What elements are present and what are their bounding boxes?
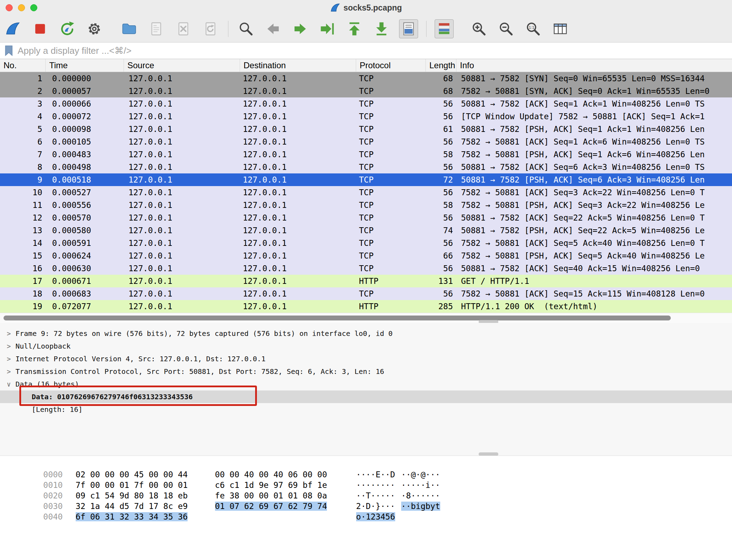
go-back-button[interactable] xyxy=(264,19,283,38)
expander-icon[interactable] xyxy=(4,403,13,416)
packet-time: 0.000580 xyxy=(46,224,124,237)
packet-source: 127.0.0.1 xyxy=(124,249,240,262)
detail-line[interactable]: > Internet Protocol Version 4, Src: 127.… xyxy=(0,352,732,365)
detail-line[interactable]: > Transmission Control Protocol, Src Por… xyxy=(0,365,732,378)
start-capture-button[interactable] xyxy=(4,19,23,38)
packet-row[interactable]: 13 0.000580 127.0.0.1 127.0.0.1 TCP 74 5… xyxy=(0,224,732,237)
bookmark-icon[interactable] xyxy=(4,45,14,57)
packet-protocol: TCP xyxy=(356,135,426,148)
packet-row[interactable]: 14 0.000591 127.0.0.1 127.0.0.1 TCP 56 7… xyxy=(0,237,732,249)
detail-line[interactable]: > Null/Loopback xyxy=(0,340,732,352)
packet-protocol: TCP xyxy=(356,287,426,300)
column-header-no[interactable]: No. xyxy=(0,59,46,72)
save-file-button[interactable] xyxy=(147,19,166,38)
zoom-reset-button[interactable]: 1:1 xyxy=(524,19,543,38)
hex-bytes[interactable]: 09 c1 54 9d 80 18 18 eb xyxy=(76,491,188,500)
expander-icon[interactable]: ∨ xyxy=(4,378,13,390)
expander-icon[interactable]: > xyxy=(4,327,13,340)
ascii-text-highlighted[interactable]: o·123456 xyxy=(356,512,395,521)
ascii-text-highlighted[interactable]: ··bigbyt xyxy=(401,502,440,511)
expander-icon[interactable]: > xyxy=(4,365,13,378)
packet-protocol: TCP xyxy=(356,211,426,224)
packet-row[interactable]: 8 0.000498 127.0.0.1 127.0.0.1 TCP 56 50… xyxy=(0,161,732,173)
ascii-text[interactable]: ··@·@··· xyxy=(401,470,440,479)
ascii-text[interactable]: ·8······ xyxy=(401,491,440,500)
packet-row[interactable]: 19 0.072077 127.0.0.1 127.0.0.1 HTTP 285… xyxy=(0,300,732,313)
ascii-text[interactable]: ·····i·· xyxy=(401,481,440,490)
zoom-out-button[interactable] xyxy=(497,19,516,38)
expander-icon[interactable] xyxy=(4,390,13,403)
restart-capture-button[interactable] xyxy=(58,19,77,38)
ascii-text[interactable]: 2·D·}··· xyxy=(356,502,395,511)
stop-capture-button[interactable] xyxy=(31,19,50,38)
minimize-window-button[interactable] xyxy=(18,4,25,11)
packet-row[interactable]: 16 0.000630 127.0.0.1 127.0.0.1 TCP 56 5… xyxy=(0,262,732,275)
ascii-text[interactable]: ····E··D xyxy=(356,470,395,479)
expander-icon[interactable]: > xyxy=(4,352,13,365)
resize-columns-button[interactable] xyxy=(551,19,570,38)
hscrollbar-thumb[interactable] xyxy=(4,316,671,320)
close-window-button[interactable] xyxy=(6,4,13,11)
zoom-in-button[interactable] xyxy=(469,19,488,38)
hex-bytes[interactable]: 02 00 00 00 45 00 00 44 xyxy=(76,470,188,479)
fullscreen-window-button[interactable] xyxy=(30,4,37,11)
packet-time: 0.000000 xyxy=(46,72,124,85)
capture-options-button[interactable] xyxy=(85,19,104,38)
hex-bytes[interactable]: 00 00 40 00 40 06 00 00 xyxy=(215,470,327,479)
packet-no: 18 xyxy=(0,287,46,300)
packet-destination: 127.0.0.1 xyxy=(240,211,356,224)
packet-row[interactable]: 4 0.000072 127.0.0.1 127.0.0.1 TCP 56 [T… xyxy=(0,110,732,123)
hex-bytes[interactable]: 32 1a 44 d5 7d 17 8c e9 xyxy=(76,502,188,511)
packet-time: 0.000671 xyxy=(46,275,124,287)
packet-row[interactable]: 18 0.000683 127.0.0.1 127.0.0.1 TCP 56 7… xyxy=(0,287,732,300)
hex-offset: 0040 xyxy=(43,511,69,522)
hex-bytes[interactable]: 7f 00 00 01 7f 00 00 01 xyxy=(76,481,188,490)
hex-row[interactable]: 000002 00 00 00 45 00 00 4400 00 40 00 4… xyxy=(0,459,732,469)
detail-line[interactable]: > Frame 9: 72 bytes on wire (576 bits), … xyxy=(0,327,732,340)
colorize-button[interactable] xyxy=(435,19,454,38)
packet-row[interactable]: 3 0.000066 127.0.0.1 127.0.0.1 TCP 56 50… xyxy=(0,97,732,110)
ascii-text[interactable]: ········ xyxy=(356,481,395,490)
packet-row[interactable]: 9 0.000518 127.0.0.1 127.0.0.1 TCP 72 50… xyxy=(0,173,732,186)
column-header-protocol[interactable]: Protocol xyxy=(356,59,426,72)
packet-row[interactable]: 2 0.000057 127.0.0.1 127.0.0.1 TCP 68 75… xyxy=(0,85,732,97)
expander-icon[interactable]: > xyxy=(4,340,13,352)
packet-destination: 127.0.0.1 xyxy=(240,123,356,135)
auto-scroll-button[interactable] xyxy=(399,19,418,38)
packet-info: 50881 → 7582 [SYN] Seq=0 Win=65535 Len=0… xyxy=(456,72,732,85)
packet-row[interactable]: 12 0.000570 127.0.0.1 127.0.0.1 TCP 56 5… xyxy=(0,211,732,224)
go-last-packet-button[interactable] xyxy=(372,19,391,38)
packet-row[interactable]: 1 0.000000 127.0.0.1 127.0.0.1 TCP 68 50… xyxy=(0,72,732,85)
packet-source: 127.0.0.1 xyxy=(124,110,240,123)
packet-row[interactable]: 6 0.000105 127.0.0.1 127.0.0.1 TCP 56 75… xyxy=(0,135,732,148)
go-first-packet-button[interactable] xyxy=(345,19,364,38)
hex-bytes[interactable]: c6 c1 1d 9e 97 69 bf 1e xyxy=(215,481,327,490)
go-to-packet-button[interactable] xyxy=(318,19,337,38)
reload-file-button[interactable] xyxy=(201,19,220,38)
go-forward-button[interactable] xyxy=(291,19,310,38)
packet-destination: 127.0.0.1 xyxy=(240,300,356,313)
column-header-info[interactable]: Info xyxy=(456,59,732,72)
packet-row[interactable]: 17 0.000671 127.0.0.1 127.0.0.1 HTTP 131… xyxy=(0,275,732,287)
packet-row[interactable]: 15 0.000624 127.0.0.1 127.0.0.1 TCP 66 7… xyxy=(0,249,732,262)
display-filter-input[interactable] xyxy=(18,45,732,56)
close-file-button[interactable] xyxy=(174,19,193,38)
column-header-length[interactable]: Length xyxy=(426,59,456,72)
hex-bytes-highlighted[interactable]: 6f 06 31 32 33 34 35 36 xyxy=(76,512,188,521)
hex-bytes[interactable]: fe 38 00 00 01 01 08 0a xyxy=(215,491,327,500)
ascii-text[interactable]: ··T····· xyxy=(356,491,395,500)
find-packet-button[interactable] xyxy=(236,19,255,38)
arrow-down-bar-icon xyxy=(373,21,390,37)
column-header-source[interactable]: Source xyxy=(124,59,240,72)
packet-row[interactable]: 11 0.000556 127.0.0.1 127.0.0.1 TCP 58 7… xyxy=(0,199,732,211)
hex-bytes-highlighted[interactable]: 01 07 62 69 67 62 79 74 xyxy=(215,502,327,511)
packet-info: 7582 → 50881 [PSH, ACK] Seq=5 Ack=40 Win… xyxy=(456,249,732,262)
packet-time: 0.000556 xyxy=(46,199,124,211)
packet-row[interactable]: 7 0.000483 127.0.0.1 127.0.0.1 TCP 58 75… xyxy=(0,148,732,161)
packet-row[interactable]: 5 0.000098 127.0.0.1 127.0.0.1 TCP 61 50… xyxy=(0,123,732,135)
column-header-time[interactable]: Time xyxy=(46,59,124,72)
column-header-destination[interactable]: Destination xyxy=(240,59,356,72)
packet-row[interactable]: 10 0.000527 127.0.0.1 127.0.0.1 TCP 56 7… xyxy=(0,186,732,199)
packet-time: 0.000591 xyxy=(46,237,124,249)
open-file-button[interactable] xyxy=(120,19,139,38)
